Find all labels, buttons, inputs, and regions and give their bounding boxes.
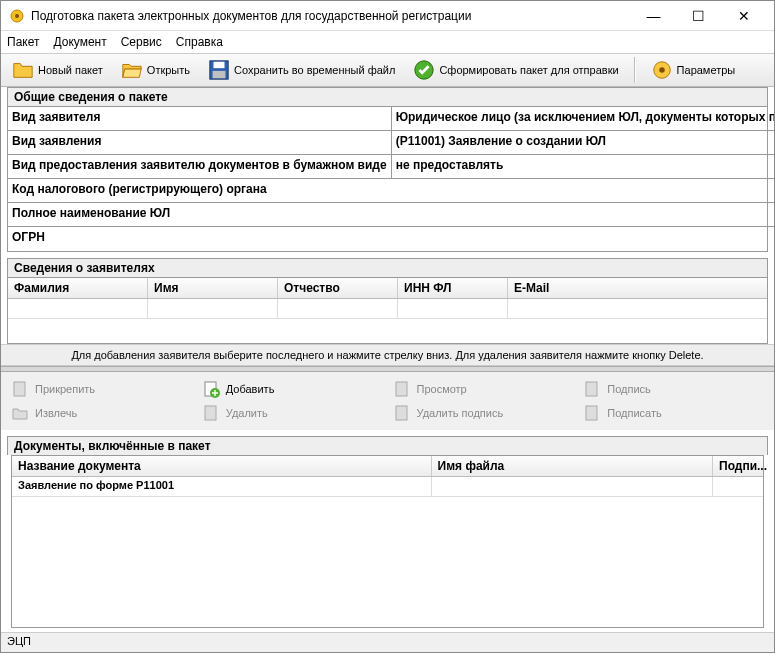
form-label: Код налогового (регистрирующего) органа bbox=[8, 179, 392, 203]
menu-document[interactable]: Документ bbox=[53, 35, 106, 49]
column-header[interactable]: Название документа bbox=[12, 456, 432, 476]
column-header[interactable]: Отчество bbox=[278, 278, 398, 298]
column-header[interactable]: Подпи... bbox=[713, 456, 763, 476]
form-value[interactable]: Юридическое лицо (за исключением ЮЛ, док… bbox=[392, 107, 774, 131]
form-value[interactable]: (Р11001) Заявление о создании ЮЛ bbox=[392, 131, 774, 155]
view-button[interactable]: Просмотр bbox=[393, 378, 574, 400]
column-header[interactable]: Имя bbox=[148, 278, 278, 298]
svg-point-1 bbox=[15, 14, 19, 18]
form-label: Вид предоставления заявителю документов … bbox=[8, 155, 392, 179]
table-cell: Заявление по форме Р11001 bbox=[12, 477, 432, 496]
page-plus-icon bbox=[202, 380, 220, 398]
page-delsign-icon bbox=[393, 404, 411, 422]
general-section-label: Общие сведения о пакете bbox=[7, 87, 768, 106]
form-label: ОГРН bbox=[8, 227, 392, 251]
table-cell bbox=[432, 477, 714, 496]
page-sign-icon bbox=[583, 380, 601, 398]
column-header[interactable]: ИНН ФЛ bbox=[398, 278, 508, 298]
save-temp-button[interactable]: Сохранить во временный файл bbox=[201, 56, 402, 84]
open-label: Открыть bbox=[147, 64, 190, 76]
table-cell bbox=[713, 477, 763, 496]
statusbar: ЭЦП bbox=[1, 632, 774, 652]
documents-section-label: Документы, включённые в пакет bbox=[7, 436, 768, 455]
document-toolbar: Прикрепить Добавить Просмотр Подпись Изв… bbox=[1, 372, 774, 430]
column-header[interactable]: Фамилия bbox=[8, 278, 148, 298]
table-row[interactable] bbox=[8, 299, 767, 319]
page-eye-icon bbox=[393, 380, 411, 398]
signer-button[interactable]: Подписать bbox=[583, 402, 764, 424]
add-button[interactable]: Добавить bbox=[202, 378, 383, 400]
open-button[interactable]: Открыть bbox=[114, 56, 197, 84]
toolbar-separator bbox=[634, 57, 636, 83]
gear-icon bbox=[651, 59, 673, 81]
form-label: Вид заявителя bbox=[8, 107, 392, 131]
form-send-button[interactable]: Сформировать пакет для отправки bbox=[406, 56, 625, 84]
column-header[interactable]: E-Mail bbox=[508, 278, 767, 298]
status-ecp: ЭЦП bbox=[7, 635, 31, 647]
menu-service[interactable]: Сервис bbox=[121, 35, 162, 49]
svg-rect-14 bbox=[396, 406, 407, 420]
minimize-button[interactable]: — bbox=[631, 2, 676, 30]
folder-icon bbox=[11, 404, 29, 422]
form-send-label: Сформировать пакет для отправки bbox=[439, 64, 618, 76]
svg-point-7 bbox=[659, 67, 665, 73]
svg-rect-3 bbox=[214, 62, 225, 68]
documents-grid[interactable]: Название документаИмя файлаПодпи... Заяв… bbox=[11, 455, 764, 628]
save-temp-label: Сохранить во временный файл bbox=[234, 64, 395, 76]
delete-button[interactable]: Удалить bbox=[202, 402, 383, 424]
applicants-section-label: Сведения о заявителях bbox=[7, 258, 768, 277]
menubar: Пакет Документ Сервис Справка bbox=[1, 31, 774, 53]
toolbar: Новый пакет Открыть Сохранить во временн… bbox=[1, 53, 774, 87]
check-circle-icon bbox=[413, 59, 435, 81]
svg-rect-8 bbox=[14, 382, 25, 396]
sign-button[interactable]: Подпись bbox=[583, 378, 764, 400]
page-signer-icon bbox=[583, 404, 601, 422]
menu-package[interactable]: Пакет bbox=[7, 35, 39, 49]
general-grid: Вид заявителяВид заявленияВид предоставл… bbox=[7, 106, 768, 252]
titlebar: Подготовка пакета электронных документов… bbox=[1, 1, 774, 31]
page-delete-icon bbox=[202, 404, 220, 422]
menu-help[interactable]: Справка bbox=[176, 35, 223, 49]
form-value[interactable] bbox=[392, 227, 774, 251]
params-label: Параметры bbox=[677, 64, 736, 76]
form-value[interactable] bbox=[392, 179, 774, 203]
extract-button[interactable]: Извлечь bbox=[11, 402, 192, 424]
close-button[interactable]: ✕ bbox=[721, 2, 766, 30]
svg-rect-15 bbox=[586, 406, 597, 420]
new-package-button[interactable]: Новый пакет bbox=[5, 56, 110, 84]
form-label: Полное наименование ЮЛ bbox=[8, 203, 392, 227]
svg-rect-4 bbox=[213, 71, 226, 78]
attach-button[interactable]: Прикрепить bbox=[11, 378, 192, 400]
folder-open-icon bbox=[121, 59, 143, 81]
floppy-icon bbox=[208, 59, 230, 81]
form-value[interactable]: не предоставлять bbox=[392, 155, 774, 179]
svg-rect-13 bbox=[205, 406, 216, 420]
maximize-button[interactable]: ☐ bbox=[676, 2, 721, 30]
window-title: Подготовка пакета электронных документов… bbox=[31, 9, 631, 23]
delete-sign-button[interactable]: Удалить подпись bbox=[393, 402, 574, 424]
column-header[interactable]: Имя файла bbox=[432, 456, 713, 476]
svg-rect-11 bbox=[396, 382, 407, 396]
hint-text: Для добавления заявителя выберите послед… bbox=[1, 344, 774, 366]
page-icon bbox=[11, 380, 29, 398]
form-label: Вид заявления bbox=[8, 131, 392, 155]
svg-rect-12 bbox=[586, 382, 597, 396]
form-value[interactable] bbox=[392, 203, 774, 227]
new-label: Новый пакет bbox=[38, 64, 103, 76]
params-button[interactable]: Параметры bbox=[644, 56, 743, 84]
folder-new-icon bbox=[12, 59, 34, 81]
table-row[interactable]: Заявление по форме Р11001 bbox=[12, 477, 763, 497]
app-icon bbox=[9, 8, 25, 24]
applicants-grid[interactable]: ФамилияИмяОтчествоИНН ФЛE-Mail bbox=[7, 277, 768, 344]
